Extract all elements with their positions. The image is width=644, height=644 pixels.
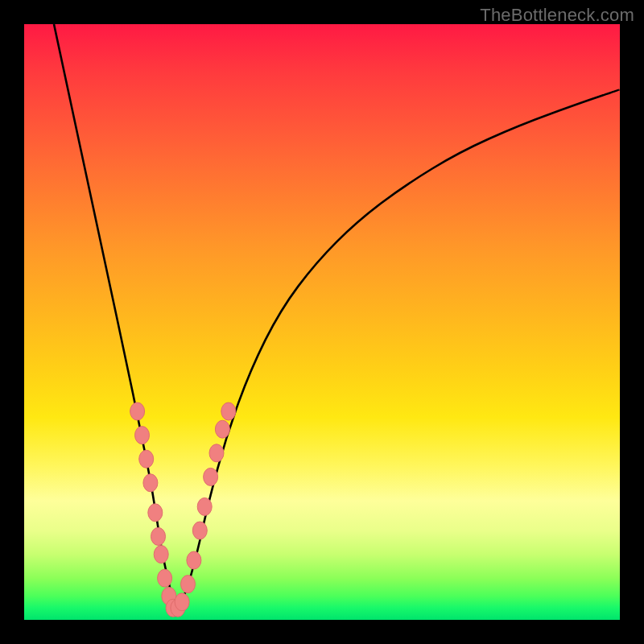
marker-dot — [215, 420, 229, 438]
marker-group — [130, 402, 236, 617]
chart-svg — [24, 24, 620, 620]
marker-dot — [181, 576, 196, 593]
marker-dot — [154, 546, 168, 564]
marker-dot — [209, 444, 224, 462]
watermark-text: TheBottleneck.com — [480, 5, 634, 26]
marker-dot — [197, 497, 212, 515]
marker-dot — [151, 527, 166, 545]
marker-dot — [148, 504, 163, 522]
marker-dot — [135, 427, 150, 444]
marker-dot — [192, 522, 207, 539]
marker-dot — [143, 474, 158, 492]
outer-frame: TheBottleneck.com — [0, 0, 644, 644]
marker-dot — [130, 402, 145, 420]
bottleneck-curve — [54, 24, 620, 605]
marker-dot — [187, 551, 201, 569]
marker-dot — [139, 450, 154, 468]
marker-dot — [158, 569, 172, 587]
marker-dot — [204, 468, 218, 485]
plot-area — [24, 24, 620, 620]
marker-dot — [175, 593, 189, 611]
marker-dot — [221, 402, 236, 420]
